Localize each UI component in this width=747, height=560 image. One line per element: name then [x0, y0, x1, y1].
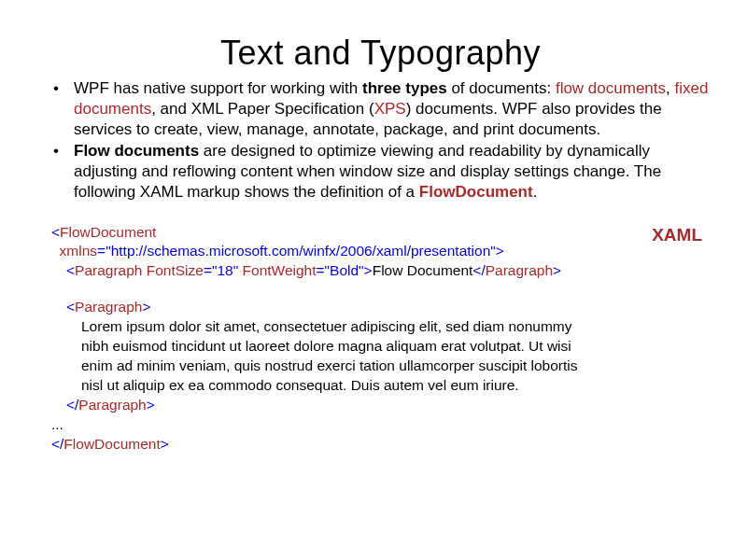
code-bracket: </	[66, 397, 78, 413]
bullet-list: WPF has native support for working with …	[51, 78, 710, 203]
code-bracket: >	[553, 262, 561, 278]
bullet-item-2: Flow documents are designed to optimize …	[51, 141, 710, 202]
code-line: <FlowDocument	[51, 223, 710, 243]
code-tag: Paragraph	[78, 397, 146, 413]
code-bracket: >	[142, 299, 150, 315]
code-block: XAML <FlowDocument xmlns="http://schemas…	[51, 223, 710, 455]
xaml-label: XAML	[652, 223, 702, 247]
code-bracket: <	[51, 224, 60, 240]
text: WPF has native support for working with	[74, 79, 362, 97]
text: of documents:	[447, 79, 556, 97]
code-tag: FlowDocument	[60, 224, 156, 240]
code-line: nibh euismod tincidunt ut laoreet dolore…	[81, 337, 710, 357]
page-title: Text and Typography	[51, 34, 710, 73]
code-tag: Paragraph	[75, 299, 142, 315]
code-tag: Paragraph	[75, 262, 142, 278]
code-line: xmlns="http://schemas.microsoft.com/winf…	[51, 242, 710, 261]
bold-text: three types	[362, 79, 447, 97]
code-line: Lorem ipsum dolor sit amet, consectetuer…	[81, 317, 710, 337]
code-bracket: >	[161, 436, 169, 452]
code-value: ="Bold">	[317, 262, 373, 278]
code-bracket: </	[472, 262, 485, 278]
text: .	[533, 183, 538, 201]
code-attr: FontWeight	[243, 262, 317, 278]
code-text: Flow Document	[373, 262, 473, 278]
link-flowdocument[interactable]: FlowDocument	[419, 183, 533, 201]
code-line: </FlowDocument>	[51, 435, 710, 455]
link-xps[interactable]: XPS	[374, 100, 406, 118]
code-tag: FlowDocument	[63, 436, 160, 452]
text: , and XML Paper Specification (	[151, 100, 374, 118]
code-line: <Paragraph FontSize="18" FontWeight="Bol…	[66, 261, 710, 281]
code-line: nisl ut aliquip ex ea commodo consequat.…	[81, 376, 710, 396]
code-line: </Paragraph>	[66, 396, 710, 415]
code-tag: Paragraph	[486, 262, 553, 278]
code-attr: xmlns	[51, 243, 97, 259]
bold-text: Flow documents	[74, 142, 199, 160]
code-line: ...	[51, 415, 710, 435]
code-value: ="18"	[204, 262, 243, 278]
code-value: ="http://schemas.microsoft.com/winfx/200…	[97, 243, 504, 259]
code-bracket: >	[147, 397, 155, 413]
code-line: enim ad minim veniam, quis nostrud exerc…	[81, 357, 710, 376]
code-attr: FontSize	[142, 262, 203, 278]
link-flow-documents[interactable]: flow documents	[556, 79, 666, 97]
bullet-item-1: WPF has native support for working with …	[51, 78, 710, 139]
code-bracket: </	[51, 436, 63, 452]
code-bracket: <	[66, 262, 75, 278]
code-bracket: <	[66, 299, 75, 315]
code-line: <Paragraph>	[66, 298, 710, 317]
